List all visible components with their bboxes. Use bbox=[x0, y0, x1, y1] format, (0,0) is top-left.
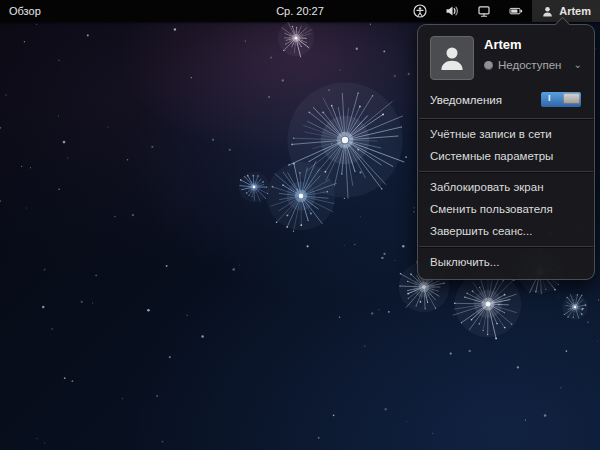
battery-menu-button[interactable] bbox=[500, 0, 532, 22]
top-bar: Обзор Ср. 20:27 bbox=[0, 0, 600, 22]
volume-menu-button[interactable] bbox=[436, 0, 468, 22]
user-icon bbox=[541, 5, 554, 18]
user-menu-header: Artem Недоступен ⌄ bbox=[418, 25, 594, 85]
menu-item-online-accounts[interactable]: Учётные записи в сети bbox=[418, 123, 594, 145]
toggle-handle bbox=[563, 93, 580, 104]
accessibility-menu-button[interactable] bbox=[404, 0, 436, 22]
top-bar-center: Ср. 20:27 bbox=[267, 0, 333, 22]
notifications-toggle[interactable]: I bbox=[540, 91, 582, 108]
avatar-person-icon bbox=[437, 43, 467, 73]
battery-icon bbox=[509, 4, 523, 18]
activities-button[interactable]: Обзор bbox=[0, 0, 50, 22]
user-menu-button[interactable]: Artem bbox=[532, 0, 600, 22]
user-info: Artem Недоступен ⌄ bbox=[484, 36, 582, 80]
status-selector[interactable]: Недоступен ⌄ bbox=[484, 59, 582, 71]
desktop: Обзор Ср. 20:27 bbox=[0, 0, 600, 450]
status-label: Недоступен bbox=[498, 59, 561, 71]
separator bbox=[419, 171, 593, 172]
user-menu: Artem Недоступен ⌄ Уведомления I Учётные… bbox=[417, 24, 595, 280]
notifications-label: Уведомления bbox=[430, 94, 502, 106]
separator bbox=[419, 246, 593, 247]
user-menu-label: Artem bbox=[559, 5, 591, 17]
menu-item-switch-user[interactable]: Сменить пользователя bbox=[418, 198, 594, 220]
menu-item-power-off[interactable]: Выключить... bbox=[418, 251, 594, 273]
menu-item-system-settings[interactable]: Системные параметры bbox=[418, 145, 594, 167]
display-menu-button[interactable] bbox=[468, 0, 500, 22]
separator bbox=[419, 118, 593, 119]
chevron-down-icon: ⌄ bbox=[574, 62, 582, 68]
user-name: Artem bbox=[484, 37, 582, 52]
notifications-row: Уведомления I bbox=[418, 85, 594, 114]
display-icon bbox=[477, 4, 491, 18]
status-icon bbox=[484, 61, 493, 70]
avatar[interactable] bbox=[430, 36, 474, 80]
menu-item-lock-screen[interactable]: Заблокировать экран bbox=[418, 176, 594, 198]
toggle-on-glyph: I bbox=[548, 93, 551, 103]
menu-item-log-out[interactable]: Завершить сеанс... bbox=[418, 220, 594, 242]
accessibility-icon bbox=[413, 4, 427, 18]
volume-icon bbox=[445, 4, 459, 18]
top-bar-left: Обзор bbox=[0, 0, 267, 22]
clock-button[interactable]: Ср. 20:27 bbox=[267, 0, 333, 22]
